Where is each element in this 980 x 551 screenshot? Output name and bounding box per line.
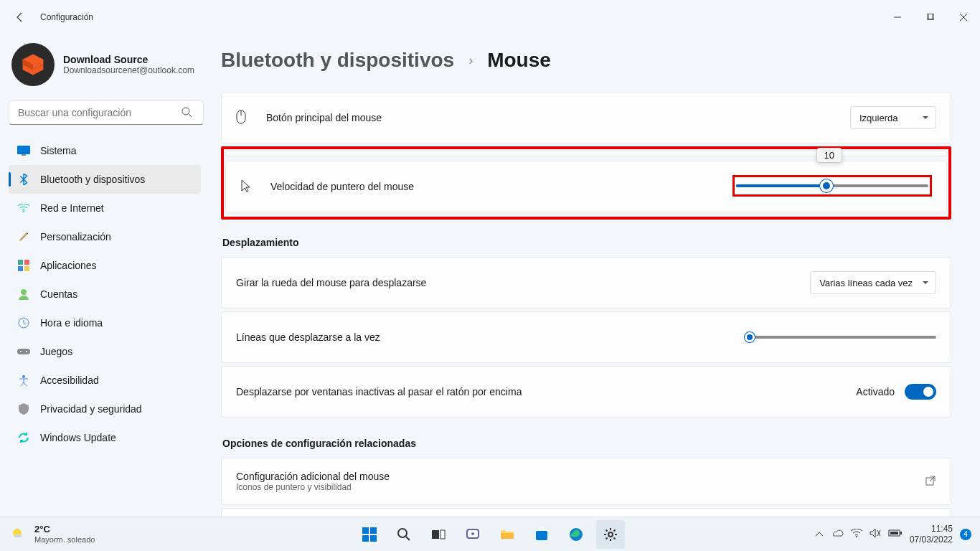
- additional-title: Configuración adicional del mouse: [236, 471, 390, 482]
- inactive-windows-card: Desplazarse por ventanas inactivas al pa…: [221, 366, 951, 418]
- taskview-icon: [430, 527, 446, 542]
- sidebar-item-apps[interactable]: Aplicaciones: [9, 251, 201, 280]
- store-icon: [534, 527, 550, 542]
- lines-at-once-slider[interactable]: [744, 330, 936, 344]
- sidebar-item-bluetooth[interactable]: Bluetooth y dispositivos: [9, 165, 201, 194]
- pointer-speed-card: Velocidad de puntero del mouse: [225, 161, 947, 212]
- taskbar-clock[interactable]: 11:45 07/03/2022: [910, 524, 953, 545]
- svg-rect-25: [432, 530, 439, 539]
- additional-mouse-settings-card[interactable]: Configuración adicional del mouse Iconos…: [221, 458, 951, 505]
- svg-rect-26: [440, 530, 445, 539]
- search-icon: [396, 527, 412, 542]
- pointer-speed-label: Velocidad de puntero del mouse: [270, 181, 414, 192]
- maximize-button[interactable]: [914, 0, 947, 34]
- svg-rect-20: [362, 527, 369, 534]
- taskbar-store[interactable]: [527, 520, 556, 549]
- sidebar-item-label: Windows Update: [40, 432, 116, 443]
- wifi-tray-icon[interactable]: [851, 529, 862, 540]
- wheel-scroll-select[interactable]: Varias líneas cada vez: [810, 271, 936, 294]
- tray-chevron-icon[interactable]: [815, 529, 824, 540]
- primary-button-label: Botón principal del mouse: [266, 112, 382, 123]
- select-value: Izquierda: [859, 113, 897, 123]
- svg-rect-3: [17, 146, 30, 154]
- sidebar-item-label: Bluetooth y dispositivos: [40, 174, 145, 185]
- notification-badge[interactable]: 4: [960, 529, 971, 540]
- title-bar: Configuración: [0, 0, 980, 34]
- maximize-icon: [927, 14, 934, 21]
- svg-rect-7: [24, 260, 29, 265]
- battery-icon[interactable]: [888, 529, 903, 540]
- sidebar-item-system[interactable]: Sistema: [9, 136, 201, 165]
- profile-block[interactable]: Download Source Downloadsourcenet@outloo…: [9, 40, 212, 98]
- sidebar: Download Source Downloadsourcenet@outloo…: [0, 34, 215, 517]
- window-title: Configuración: [40, 12, 93, 22]
- additional-subtitle: Iconos de puntero y visibilidad: [236, 482, 390, 492]
- close-button[interactable]: [947, 0, 980, 34]
- pointer-speed-slider[interactable]: [736, 179, 928, 193]
- weather-temp: 2°C: [34, 524, 95, 535]
- chat-icon: [465, 527, 481, 542]
- sidebar-item-network[interactable]: Red e Internet: [9, 194, 201, 222]
- minimize-button[interactable]: [881, 0, 914, 34]
- search-box: [9, 100, 209, 125]
- start-button[interactable]: [355, 520, 384, 549]
- select-value: Varias líneas cada vez: [819, 278, 913, 288]
- svg-point-14: [26, 351, 27, 352]
- inactive-windows-toggle[interactable]: [905, 384, 936, 400]
- sidebar-item-accounts[interactable]: Cuentas: [9, 280, 201, 309]
- svg-point-33: [856, 536, 857, 537]
- globe-clock-icon: [17, 316, 30, 329]
- taskbar-search[interactable]: [390, 520, 418, 549]
- arrow-left-icon: [14, 11, 26, 23]
- accessibility-icon: [17, 374, 30, 387]
- display-icon: [17, 144, 30, 157]
- svg-rect-21: [370, 527, 377, 534]
- wifi-icon: [17, 202, 30, 215]
- volume-icon[interactable]: [870, 528, 881, 540]
- search-icon: [181, 106, 192, 120]
- sidebar-item-accessibility[interactable]: Accesibilidad: [9, 366, 201, 395]
- back-button[interactable]: [9, 6, 32, 29]
- svg-rect-0: [927, 14, 933, 19]
- clock-time: 11:45: [910, 524, 953, 534]
- gear-icon: [603, 527, 618, 542]
- mouse-pointer-card[interactable]: Puntero del mouse Tamaño y color del pun…: [221, 508, 951, 517]
- task-view[interactable]: [424, 520, 453, 549]
- taskbar-chat[interactable]: [458, 520, 487, 549]
- sidebar-item-update[interactable]: Windows Update: [9, 423, 201, 452]
- breadcrumb-current: Mouse: [487, 49, 551, 72]
- primary-button-select[interactable]: Izquierda: [850, 106, 936, 129]
- taskbar-settings[interactable]: [596, 520, 625, 549]
- sidebar-item-personalization[interactable]: Personalización: [9, 222, 201, 251]
- sidebar-item-label: Hora e idioma: [40, 317, 103, 329]
- brush-icon: [17, 230, 30, 243]
- taskbar-edge[interactable]: [562, 520, 590, 549]
- folder-icon: [499, 527, 515, 542]
- sidebar-item-time-language[interactable]: Hora e idioma: [9, 309, 201, 337]
- sidebar-item-label: Aplicaciones: [40, 260, 97, 271]
- breadcrumb-parent[interactable]: Bluetooth y dispositivos: [221, 49, 454, 72]
- taskbar-weather[interactable]: 2°C Mayorm. soleado: [0, 524, 95, 545]
- profile-name: Download Source: [63, 54, 194, 65]
- bluetooth-icon: [17, 173, 30, 186]
- lines-at-once-card: Líneas que desplazarse a la vez: [221, 311, 951, 363]
- minimize-icon: [894, 14, 901, 21]
- sidebar-item-gaming[interactable]: Juegos: [9, 337, 201, 366]
- search-input[interactable]: [9, 100, 204, 125]
- onedrive-icon[interactable]: [831, 529, 844, 540]
- lines-at-once-label: Líneas que desplazarse a la vez: [236, 331, 380, 343]
- taskbar-explorer[interactable]: [493, 520, 522, 549]
- taskbar: 2°C Mayorm. soleado 11:45 07/03/2022 4: [0, 517, 980, 551]
- highlight-annotation: 10 Velocidad de puntero del mouse: [221, 146, 951, 220]
- slider-tooltip: 10: [816, 148, 842, 163]
- svg-point-32: [608, 532, 613, 537]
- sidebar-item-privacy[interactable]: Privacidad y seguridad: [9, 395, 201, 423]
- profile-email: Downloadsourcenet@outlook.com: [63, 65, 194, 75]
- svg-point-2: [182, 108, 189, 115]
- svg-rect-30: [536, 531, 547, 540]
- wheel-scroll-card: Girar la rueda del mouse para desplazars…: [221, 257, 951, 309]
- person-icon: [17, 288, 30, 301]
- mouse-icon: [236, 110, 252, 126]
- sidebar-item-label: Personalización: [40, 231, 111, 242]
- svg-point-13: [20, 351, 22, 352]
